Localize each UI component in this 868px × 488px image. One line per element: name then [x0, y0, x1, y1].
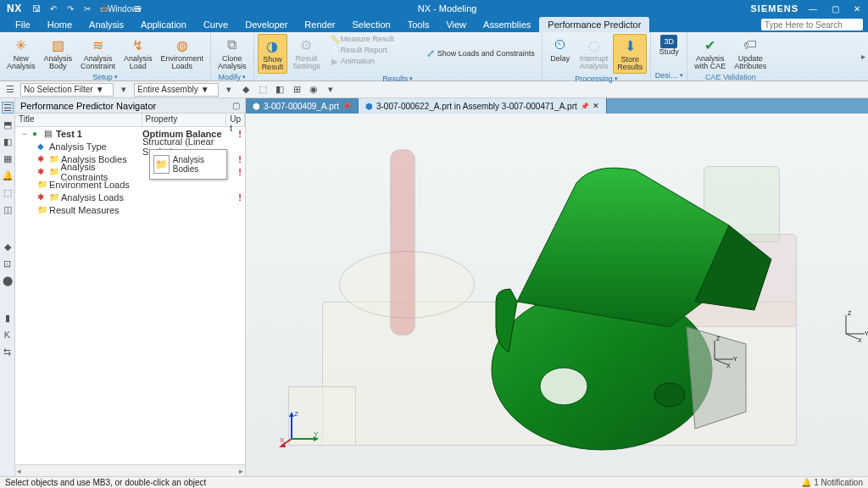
menu-curve[interactable]: Curve — [195, 17, 236, 32]
menu-tools[interactable]: Tools — [399, 17, 438, 32]
qa-help-icon[interactable]: ☰ — [132, 3, 144, 14]
new-analysis-button[interactable]: ✳New Analysis — [3, 34, 39, 72]
rb-item-7-icon[interactable]: ◫ — [2, 203, 14, 215]
resource-bar: ☰ ⬒ ◧ ▦ 🔔 ⬚ ◫ ◆ ⊡ ⬤ ▮ K ⇆ — [0, 98, 15, 476]
rb-item-13-icon[interactable]: ⇆ — [2, 346, 14, 358]
analysis-constraint-button[interactable]: ≋Analysis Constraint — [77, 34, 119, 72]
rb-item-4-icon[interactable]: ▦ — [2, 152, 14, 164]
menu-analysis[interactable]: Analysis — [81, 17, 132, 32]
rb-item-10-icon[interactable]: ⬤ — [2, 274, 14, 286]
navigator-title: Performance Predictor Navigator — [20, 101, 156, 111]
rb-item-8-icon[interactable]: ◆ — [2, 241, 14, 252]
show-result-button[interactable]: ◑Show Result — [258, 34, 288, 74]
menu-application[interactable]: Application — [132, 17, 195, 32]
rb-item-12-icon[interactable]: K — [2, 329, 14, 341]
filter-tool-2-icon[interactable]: ⬚ — [256, 83, 270, 97]
col-header-up[interactable]: Up t — [226, 114, 245, 126]
filter-tool-6-icon[interactable]: ▾ — [324, 83, 337, 97]
group-label-processing[interactable]: Processing▾ — [546, 74, 648, 84]
menu-assemblies[interactable]: Assemblies — [475, 17, 539, 32]
filter-tool-4-icon[interactable]: ⊞ — [290, 83, 303, 97]
tree-row-result-measures[interactable]: 📁Result Measures — [15, 203, 245, 216]
menu-view[interactable]: View — [437, 17, 475, 32]
store-results-button[interactable]: ⬇Store Results — [613, 34, 647, 74]
menu-developer[interactable]: Developer — [236, 17, 296, 32]
tree-row-analysis-loads[interactable]: ✱📁Analysis Loads ! — [15, 191, 245, 203]
pin-icon[interactable]: 📌 — [342, 103, 351, 110]
sheet-icon: ▤ — [44, 129, 54, 138]
clone-analysis-button[interactable]: ⧉Clone Analysis — [214, 34, 250, 72]
navigator-tree[interactable]: −●▤Test 1 Optimum Balance ! ◆Analysis Ty… — [15, 127, 245, 464]
group-label-modify[interactable]: Modify▾ — [214, 72, 250, 82]
rb-navigator-icon[interactable]: ☰ — [2, 102, 14, 114]
svg-text:Z: Z — [848, 310, 852, 316]
menu-performance-predictor[interactable]: Performance Predictor — [539, 17, 649, 32]
menu-file[interactable]: File — [7, 17, 39, 32]
filter-tool-3-icon[interactable]: ◧ — [273, 83, 287, 97]
close-button[interactable]: ✕ — [849, 3, 865, 14]
notification-indicator[interactable]: 🔔1 Notification — [801, 478, 863, 487]
filter-pin-icon[interactable]: ▾ — [117, 83, 131, 97]
col-header-title[interactable]: Title — [15, 114, 142, 126]
navigator-hscrollbar[interactable]: ◂▸ — [15, 464, 245, 476]
qa-save-icon[interactable]: 🖫 — [31, 3, 42, 14]
analysis-with-cae-button[interactable]: ✔Analysis with CAE — [691, 34, 729, 72]
menu-home[interactable]: Home — [39, 17, 81, 32]
update-attributes-button[interactable]: 🏷Update Attributes — [731, 34, 770, 72]
col-header-property[interactable]: Property — [142, 114, 227, 126]
rb-item-11-icon[interactable]: ▮ — [2, 312, 14, 324]
svg-text:Y: Y — [314, 430, 319, 438]
svg-text:X: X — [280, 436, 285, 444]
view-triad[interactable]: Z Y X — [280, 408, 320, 449]
collapse-icon[interactable]: − — [22, 130, 31, 138]
rb-item-3-icon[interactable]: ◧ — [2, 136, 14, 147]
menu-selection[interactable]: Selection — [343, 17, 398, 32]
pin-icon[interactable]: 📌 — [581, 103, 589, 110]
ribbon-group-setup: ✳New Analysis ▧Analysis Body ≋Analysis C… — [0, 32, 211, 80]
qa-undo-icon[interactable]: ↶ — [47, 3, 59, 14]
group-label-setup[interactable]: Setup▾ — [3, 72, 207, 82]
workspace: ☰ ⬒ ◧ ▦ 🔔 ⬚ ◫ ◆ ⊡ ⬤ ▮ K ⇆ Performance Pr… — [0, 98, 868, 476]
doc-tab-2[interactable]: ⬢3-007-000622_A.prt in Assembly 3-007-00… — [359, 98, 607, 114]
qa-cut-icon[interactable]: ✂ — [81, 3, 93, 14]
folder-icon: 📁 — [49, 167, 59, 176]
tree-row-environment-loads[interactable]: 📁Environment Loads — [15, 178, 245, 191]
filter-tool-1-icon[interactable]: ◆ — [239, 83, 253, 97]
filter-tool-5-icon[interactable]: ◉ — [307, 83, 320, 97]
command-search-input[interactable] — [761, 19, 863, 30]
menu-render[interactable]: Render — [296, 17, 343, 32]
rb-item-6-icon[interactable]: ⬚ — [2, 186, 14, 198]
show-loads-constraints-button[interactable]: ⤢Show Loads and Constraints — [420, 46, 538, 61]
qa-window-dropdown[interactable]: ▭ Window ▾ — [115, 3, 127, 14]
analysis-body-button[interactable]: ▧Analysis Body — [41, 34, 76, 72]
svg-point-2 — [654, 383, 685, 407]
maximize-button[interactable]: ▢ — [827, 3, 843, 14]
command-search[interactable] — [761, 19, 863, 30]
timer-icon: ⏲ — [550, 35, 570, 55]
study-button[interactable]: 3DStudy — [654, 34, 683, 70]
minimize-button[interactable]: — — [805, 3, 821, 14]
check-icon: ✔ — [700, 35, 721, 55]
rb-item-2-icon[interactable]: ⬒ — [2, 119, 14, 130]
tab-close-icon[interactable]: ✕ — [593, 102, 599, 110]
error-star-icon: ✱ — [37, 167, 47, 176]
analysis-load-button[interactable]: ↯Analysis Load — [120, 34, 156, 72]
navigator-close-button[interactable]: ▢ — [232, 101, 240, 110]
doc-tab-1[interactable]: ⬢3-007-000409_A.prt📌 — [246, 98, 359, 114]
qa-redo-icon[interactable]: ↷ — [64, 3, 76, 14]
scope-pin-icon[interactable]: ▾ — [222, 83, 236, 97]
csys-icon: ZYX — [839, 310, 868, 341]
rb-bell-icon[interactable]: 🔔 — [2, 169, 14, 181]
folder-icon: 📁 — [37, 180, 47, 189]
ribbon-collapse-button[interactable]: ▸ — [858, 32, 868, 80]
bell-icon: 🔔 — [801, 478, 811, 487]
rb-item-9-icon[interactable]: ⊡ — [2, 258, 14, 269]
delay-button[interactable]: ⏲Delay — [546, 34, 575, 74]
graphics-viewport[interactable]: ⬢3-007-000409_A.prt📌 ⬢3-007-000622_A.prt… — [246, 98, 868, 476]
selection-scope-dropdown[interactable]: Entire Assembly▼ — [134, 83, 219, 97]
selection-filter-dropdown[interactable]: No Selection Filter▼ — [20, 83, 114, 97]
group-label-design[interactable]: Desi…▾ — [654, 70, 683, 80]
folder-icon: 📁 — [153, 155, 170, 174]
menu-toggle-icon[interactable]: ☰ — [3, 83, 17, 97]
environment-loads-button[interactable]: ◍Environment Loads — [158, 34, 208, 72]
